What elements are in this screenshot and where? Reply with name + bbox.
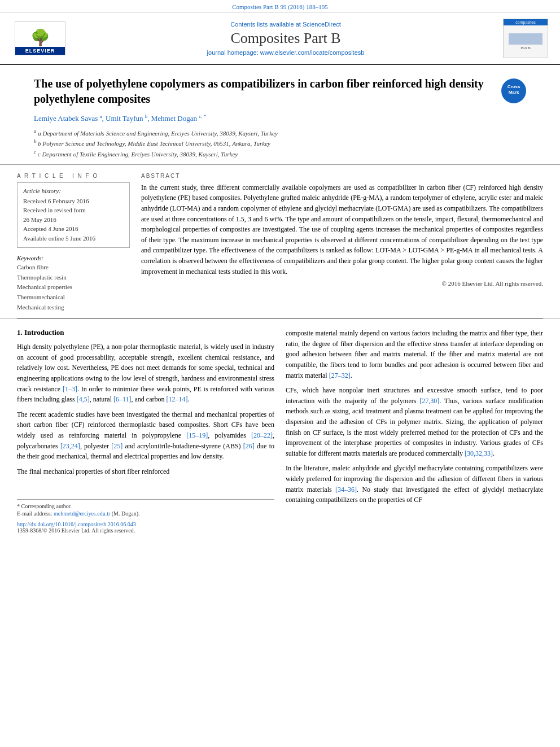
sciencedirect-text: Contents lists available at [230,21,303,28]
journal-citation-bar: Composites Part B 99 (2016) 188–195 [0,0,560,13]
abstract-col: ABSTRACT In the current study, three dif… [141,173,543,312]
ref-20-22[interactable]: [20–22] [251,431,273,439]
ref-27-32[interactable]: [27–32] [329,372,351,379]
article-history-label: Article history: [23,187,124,194]
ref-27-30[interactable]: [27,30] [419,397,439,405]
body-section: 1. Introduction High density polyethylen… [0,319,560,539]
article-info-col: A R T I C L E I N F O Article history: R… [17,173,130,312]
affiliation-b: b b Polymer Science and Technology, Midd… [34,138,526,148]
email-note: E-mail address: mehmetd@erciyes.edu.tr (… [17,510,274,517]
page: Composites Part B 99 (2016) 188–195 🌳 EL… [0,0,560,747]
journal-header: 🌳 ELSEVIER Contents lists available at S… [0,13,560,65]
body-right-col: composite material mainly depend on vari… [286,328,543,534]
affiliation-a: a a Department of Materials Science and … [34,128,526,138]
ref-25[interactable]: [25] [111,442,123,450]
section-1-number: 1. [17,328,23,337]
author-c-sup: c, * [199,113,206,119]
revised-label: Received in revised form [23,206,124,215]
ref-26[interactable]: [26] [243,442,255,450]
author-mehmet: Mehmet Dogan [151,114,197,123]
ref-34-36[interactable]: [34–36] [335,486,357,493]
keyword-1: Carbon fibre [17,263,130,273]
available-date: Available online 5 June 2016 [23,234,124,243]
doi-link[interactable]: http://dx.doi.org/10.1016/j.compositesb.… [17,521,274,527]
journal-info: Contents lists available at ScienceDirec… [80,19,491,58]
email-label: E-mail address: [17,510,52,517]
crossmark-icon: Cross Mark [501,78,526,103]
composites-logo-top: composites [504,19,548,25]
author-b-sup: b [145,113,148,119]
issn-text: 1359-8368/© 2016 Elsevier Ltd. All right… [17,527,274,534]
body-left-col: 1. Introduction High density polyethylen… [17,328,274,534]
body-right-para-2: CFs, which have nonpolar inert structure… [286,385,543,458]
crossmark-badge[interactable]: Cross Mark [501,78,526,103]
article-title-section: Cross Mark The use of polyethylene copol… [0,65,560,165]
article-title: The use of polyethylene copolymers as co… [34,76,526,107]
sciencedirect-link[interactable]: Contents lists available at ScienceDirec… [230,21,341,28]
ref-23-24[interactable]: [23,24] [60,442,80,450]
email-link[interactable]: mehmetd@erciyes.edu.tr [54,510,110,517]
composites-logo-body: Part B [506,25,545,58]
ref-1-3[interactable]: [1–3] [63,385,77,393]
section-1-label: Introduction [24,328,64,337]
svg-text:Cross: Cross [508,84,520,89]
homepage-url[interactable]: www.elsevier.com/locate/compositesb [260,49,365,56]
journal-name: Composites Part B [230,30,340,47]
elsevier-label: ELSEVIER [15,47,65,55]
keywords-label: Keywords: [17,255,43,261]
copyright: © 2016 Elsevier Ltd. All rights reserved… [141,280,543,287]
elsevier-tree-icon: 🌳 [30,30,50,46]
svg-text:Mark: Mark [509,90,519,95]
composites-logo-box: composites Part B [503,19,548,58]
keyword-3: Mechanical properties [17,282,130,292]
revised-date: 26 May 2016 [23,215,124,225]
elsevier-logo-image: 🌳 ELSEVIER [15,21,65,55]
body-right-para-3: In the literature, maleic anhydride and … [286,463,543,505]
composites-logo: composites Part B [500,19,551,58]
author-umit: Umit Tayfun [106,114,143,123]
ref-6-11[interactable]: [6–11] [113,395,132,403]
doi-section: http://dx.doi.org/10.1016/j.compositesb.… [17,521,274,534]
email-suffix: (M. Dogan). [112,510,140,517]
abstract-text: In the current study, three different co… [141,182,543,277]
corresponding-note: * Corresponding author. [17,503,274,509]
body-para-1: High density polyethylene (PE), a non-po… [17,342,274,405]
ref-4-5[interactable]: [4,5] [77,395,90,403]
elsevier-logo: 🌳 ELSEVIER [9,19,71,58]
ref-12-14[interactable]: [12–14] [167,395,188,403]
keyword-2: Thermoplastic resin [17,273,130,283]
article-info-box: Article history: Received 6 February 201… [17,182,130,248]
keyword-4: Thermomechanical [17,292,130,303]
article-info-heading: A R T I C L E I N F O [17,173,130,179]
affiliations: a a Department of Materials Science and … [34,128,526,158]
ref-30-32-33[interactable]: [30,32,33] [465,449,493,457]
accepted-date: Accepted 4 June 2016 [23,224,124,234]
journal-citation: Composites Part B 99 (2016) 188–195 [232,3,328,10]
received-date: Received 6 February 2016 [23,196,124,206]
article-info-abstract-section: A R T I C L E I N F O Article history: R… [0,165,560,318]
keyword-5: Mechanical testing [17,303,130,313]
keywords-section: Keywords: Carbon fibre Thermoplastic res… [17,254,130,312]
homepage-label: journal homepage: [207,49,260,56]
author-a-sup: a [100,113,102,119]
abstract-heading: ABSTRACT [141,173,543,179]
body-para-2: The recent academic studies have been in… [17,409,274,462]
authors: Lemiye Atabek Savas a, Umit Tayfun b, Me… [34,113,526,123]
homepage-link[interactable]: journal homepage: www.elsevier.com/locat… [207,49,365,56]
ref-15-19[interactable]: [15–19] [186,431,208,439]
sciencedirect-name[interactable]: ScienceDirect [303,21,341,28]
keyword-list: Carbon fibre Thermoplastic resin Mechani… [17,263,130,312]
article-footer: * Corresponding author. E-mail address: … [17,499,274,534]
body-right-para-1: composite material mainly depend on vari… [286,328,543,381]
affiliation-c: c c Department of Textile Engineering, E… [34,148,526,159]
section-1-title: 1. Introduction [17,328,274,337]
body-para-3: The final mechanical properties of short… [17,466,274,477]
author-lemiye: Lemiye Atabek Savas [34,114,98,123]
